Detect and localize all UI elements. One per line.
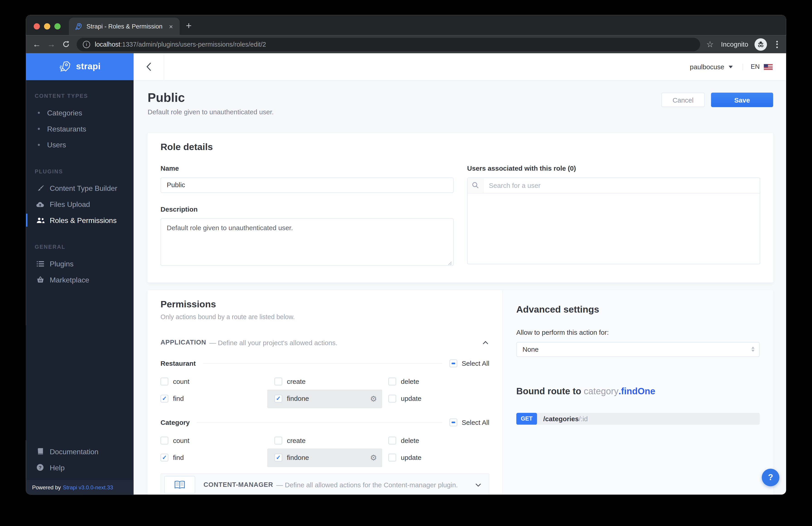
- us-flag-icon[interactable]: [764, 64, 772, 70]
- description-field[interactable]: Default role given to unauthenticated us…: [161, 218, 454, 266]
- route-bar: GET /categories /:id: [516, 412, 760, 425]
- permissions-panel: Permissions Only actions bound by a rout…: [147, 290, 502, 495]
- select-all-checkbox[interactable]: [449, 418, 457, 426]
- powered-by: Powered by Strapi v3.0.0-next.33: [26, 480, 133, 495]
- checkbox[interactable]: [388, 377, 396, 385]
- plugin-row-desc: — Define all allowed actions for the Con…: [276, 481, 458, 489]
- users-associated-label: Users associated with this role (0): [467, 164, 760, 172]
- select-all-restaurant[interactable]: Select All: [449, 359, 489, 367]
- gear-icon[interactable]: ⚙: [370, 454, 377, 462]
- checkbox[interactable]: [388, 436, 396, 444]
- permission-find[interactable]: find: [161, 454, 275, 462]
- chevron-down-icon[interactable]: [475, 482, 482, 487]
- question-icon: ?: [36, 464, 45, 471]
- url-host: localhost: [95, 41, 120, 48]
- tab-title: Strapi - Roles & Permissions: [87, 23, 163, 30]
- content-manager-row[interactable]: CONTENT-MANAGER — Define all allowed act…: [161, 473, 489, 495]
- sidebar-item-categories[interactable]: Categories: [26, 105, 133, 121]
- sidebar-item-files-upload[interactable]: Files Upload: [26, 196, 133, 212]
- plugin-row-name: CONTENT-MANAGER: [203, 481, 273, 489]
- user-search-box: [467, 177, 760, 264]
- checkbox[interactable]: [274, 436, 282, 444]
- user-menu[interactable]: paulbocuse: [690, 63, 724, 71]
- permission-update[interactable]: update: [388, 454, 489, 462]
- allow-action-select[interactable]: None: [516, 342, 760, 357]
- application-section-name: APPLICATION: [161, 339, 206, 346]
- reload-button[interactable]: [59, 37, 72, 51]
- section-label-general: GENERAL: [26, 244, 133, 250]
- sidebar-item-plugins[interactable]: Plugins: [26, 256, 133, 272]
- select-all-category[interactable]: Select All: [449, 418, 489, 426]
- bullet-icon: [38, 111, 40, 114]
- sidebar-item-documentation[interactable]: Documentation: [26, 444, 133, 460]
- close-tab-icon[interactable]: ×: [167, 22, 175, 31]
- bookmark-star-icon[interactable]: ☆: [706, 40, 714, 49]
- browser-tab[interactable]: Strapi - Roles & Permissions ×: [69, 18, 180, 35]
- forward-button[interactable]: →: [45, 37, 58, 51]
- main-area: paulbocuse EN Public Default role given …: [134, 53, 786, 495]
- page-info-icon[interactable]: i: [83, 41, 90, 48]
- sidebar-item-roles-permissions[interactable]: Roles & Permissions: [26, 212, 133, 228]
- new-tab-button[interactable]: +: [186, 20, 192, 30]
- sidebar-item-restaurants[interactable]: Restaurants: [26, 121, 133, 137]
- strapi-admin: strapi CONTENT TYPES Categories Restaura…: [26, 53, 786, 495]
- checkbox[interactable]: [388, 395, 396, 402]
- route-param: /:id: [579, 415, 588, 422]
- checkbox-checked[interactable]: [274, 454, 282, 462]
- save-button[interactable]: Save: [711, 93, 773, 107]
- permission-group-restaurant: Restaurant Select All count: [161, 359, 489, 403]
- bound-action-link[interactable]: .findOne: [619, 386, 655, 396]
- back-button[interactable]: ←: [30, 37, 44, 51]
- strapi-version-link[interactable]: Strapi v3.0.0-next.33: [63, 484, 113, 490]
- name-field[interactable]: [161, 177, 454, 193]
- divider: [742, 63, 743, 70]
- checkbox[interactable]: [161, 436, 168, 444]
- gear-icon[interactable]: ⚙: [370, 395, 377, 402]
- checkbox-checked[interactable]: [161, 395, 168, 402]
- permissions-heading: Permissions: [161, 299, 489, 310]
- cancel-button[interactable]: Cancel: [661, 93, 705, 107]
- permission-findone-selected[interactable]: findone ⚙: [267, 448, 382, 467]
- help-fab-button[interactable]: ?: [762, 469, 779, 486]
- allow-action-label: Allow to perform this action for:: [516, 328, 760, 336]
- permission-create[interactable]: create: [274, 377, 388, 385]
- permission-delete[interactable]: delete: [388, 377, 489, 385]
- url-path: :1337/admin/plugins/users-permissions/ro…: [120, 41, 266, 48]
- close-window-button[interactable]: [34, 23, 40, 29]
- checkbox-checked[interactable]: [161, 454, 168, 462]
- permission-create[interactable]: create: [274, 436, 388, 444]
- select-all-checkbox[interactable]: [449, 359, 457, 367]
- maximize-window-button[interactable]: [54, 23, 60, 29]
- viewport: Strapi - Roles & Permissions × + ← → i l…: [0, 0, 812, 526]
- permission-delete[interactable]: delete: [388, 436, 489, 444]
- sidebar-item-marketplace[interactable]: Marketplace: [26, 272, 133, 288]
- cloud-upload-icon: [36, 201, 45, 207]
- strapi-favicon-icon: [74, 22, 82, 30]
- url-bar[interactable]: i localhost:1337/admin/plugins/users-per…: [76, 37, 700, 51]
- chevron-up-icon[interactable]: [482, 340, 489, 345]
- user-search-input[interactable]: [484, 181, 760, 189]
- chevron-down-icon[interactable]: [728, 65, 733, 68]
- list-icon: [36, 260, 45, 267]
- permission-find[interactable]: find: [161, 395, 275, 402]
- sidebar-item-users[interactable]: Users: [26, 136, 133, 152]
- permissions-card: Permissions Only actions bound by a rout…: [147, 290, 773, 495]
- permission-count[interactable]: count: [161, 436, 275, 444]
- locale-selector[interactable]: EN: [751, 63, 760, 70]
- checkbox[interactable]: [388, 454, 396, 462]
- checkbox[interactable]: [161, 377, 168, 385]
- application-section-header[interactable]: APPLICATION — Define all your project's …: [161, 339, 489, 346]
- browser-menu-icon[interactable]: [773, 41, 781, 48]
- strapi-logo[interactable]: strapi: [26, 53, 133, 80]
- permission-count[interactable]: count: [161, 377, 275, 385]
- permissions-subtitle: Only actions bound by a route are listed…: [161, 313, 489, 320]
- checkbox[interactable]: [274, 377, 282, 385]
- sidebar-item-content-type-builder[interactable]: Content Type Builder: [26, 180, 133, 196]
- group-name: Category: [161, 418, 190, 426]
- sidebar-item-help[interactable]: ? Help: [26, 460, 133, 476]
- checkbox-checked[interactable]: [274, 395, 282, 402]
- permission-findone-selected[interactable]: findone ⚙: [267, 389, 382, 408]
- back-nav-button[interactable]: [134, 53, 164, 80]
- permission-update[interactable]: update: [388, 395, 489, 402]
- minimize-window-button[interactable]: [44, 23, 50, 29]
